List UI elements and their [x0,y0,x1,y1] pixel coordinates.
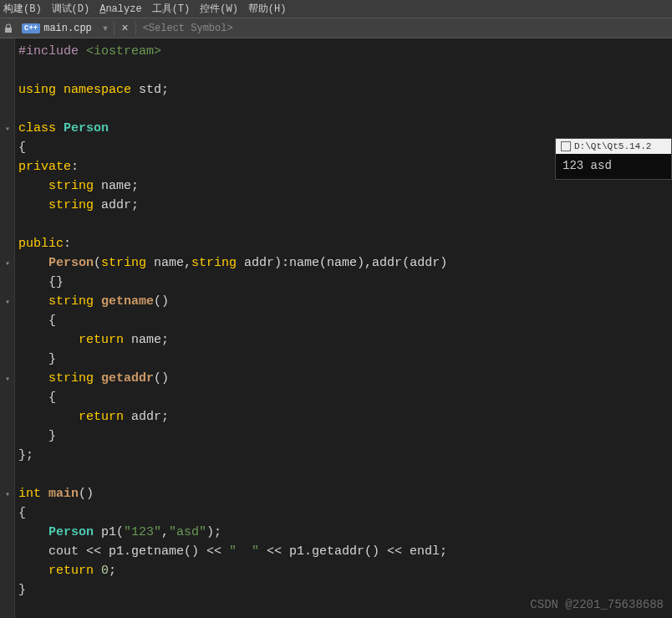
menu-build[interactable]: 构建(B) [3,2,42,16]
menu-debug[interactable]: 调试(D) [52,2,90,16]
watermark: CSDN @2201_75638688 [530,598,664,611]
code-editor[interactable]: #include <iostream> using namespace std;… [15,38,672,618]
tab-dropdown-icon[interactable]: ▾ [97,21,114,35]
tab-filename: main.cpp [43,23,92,34]
fold-icon[interactable]: ▾ [0,119,15,138]
menu-tools[interactable]: 工具(T) [152,2,191,16]
tab-close-button[interactable]: × [114,22,135,35]
lock-icon [2,22,15,35]
fold-icon[interactable] [0,42,15,61]
tab-bar: C++ main.cpp ▾ × <Select Symbol> [0,18,672,38]
symbol-selector[interactable]: <Select Symbol> [136,23,240,34]
menu-analyze[interactable]: Analyze [99,3,141,15]
cpp-icon: C++ [22,23,40,33]
fold-gutter: ▾ ▾ ▾ ▾ ▾ [0,38,15,618]
console-window: D:\Qt\Qt5.14.2 123 asd [555,138,672,180]
fold-icon[interactable]: ▾ [0,292,15,311]
window-icon [561,141,571,151]
fold-icon[interactable]: ▾ [0,484,15,503]
menu-help[interactable]: 帮助(H) [248,2,287,16]
menu-widgets[interactable]: 控件(W) [200,2,238,16]
console-output: 123 asd [556,154,671,179]
editor: ▾ ▾ ▾ ▾ ▾ #include <iostream> using name… [0,38,672,618]
fold-icon[interactable]: ▾ [0,369,15,388]
console-titlebar[interactable]: D:\Qt\Qt5.14.2 [556,139,671,154]
console-title-text: D:\Qt\Qt5.14.2 [574,141,651,151]
fold-icon[interactable]: ▾ [0,253,15,273]
tab-main-cpp[interactable]: C++ main.cpp [17,18,97,38]
menu-bar: 构建(B) 调试(D) Analyze 工具(T) 控件(W) 帮助(H) [0,0,672,18]
